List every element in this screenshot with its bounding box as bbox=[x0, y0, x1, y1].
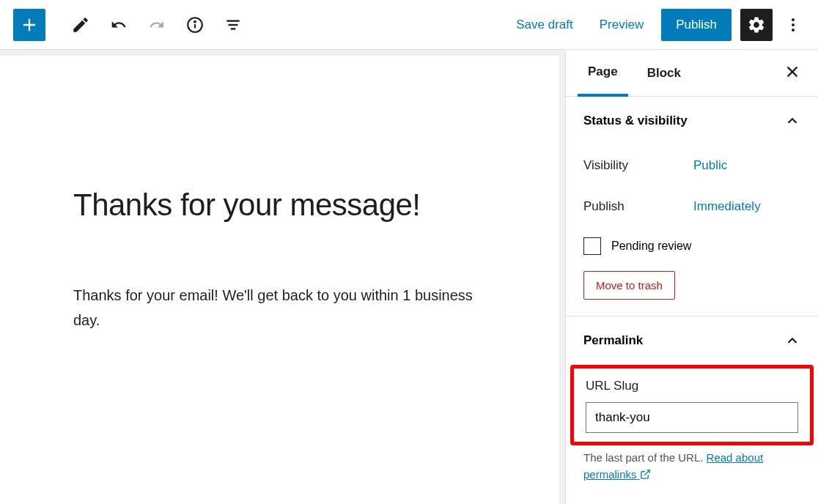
publish-button[interactable]: Publish bbox=[661, 9, 732, 41]
publish-value[interactable]: Immediately bbox=[693, 199, 761, 214]
post-body[interactable]: Thanks for your email! We'll get back to… bbox=[73, 283, 486, 333]
permalink-help-prefix: The last part of the URL. bbox=[583, 451, 707, 464]
redo-icon bbox=[147, 15, 166, 34]
svg-point-7 bbox=[792, 23, 795, 26]
status-visibility-body: Visibility Public Publish Immediately Pe… bbox=[566, 145, 818, 316]
permalink-header[interactable]: Permalink bbox=[566, 316, 818, 365]
publish-label: Publish bbox=[583, 199, 693, 214]
plus-icon bbox=[19, 15, 40, 35]
editor-canvas: Thanks for your message! Thanks for your… bbox=[0, 50, 565, 504]
redo-button[interactable] bbox=[141, 9, 173, 41]
status-visibility-title: Status & visibility bbox=[583, 114, 688, 128]
visibility-row: Visibility Public bbox=[583, 145, 800, 186]
more-vertical-icon bbox=[784, 16, 802, 34]
url-slug-highlight: URL Slug bbox=[570, 365, 814, 445]
status-visibility-header[interactable]: Status & visibility bbox=[566, 97, 818, 145]
chevron-up-icon bbox=[784, 333, 800, 349]
more-options-button[interactable] bbox=[781, 9, 805, 41]
move-to-trash-button[interactable]: Move to trash bbox=[583, 271, 675, 300]
publish-row: Publish Immediately bbox=[583, 186, 800, 227]
pencil-icon bbox=[71, 15, 90, 34]
close-icon bbox=[784, 64, 800, 80]
outline-icon bbox=[224, 15, 243, 34]
permalink-title: Permalink bbox=[583, 333, 643, 348]
toolbar-left bbox=[13, 9, 249, 41]
add-block-button[interactable] bbox=[13, 9, 45, 41]
save-draft-button[interactable]: Save draft bbox=[507, 10, 582, 40]
tab-page[interactable]: Page bbox=[578, 51, 628, 97]
tab-block[interactable]: Block bbox=[637, 50, 691, 96]
settings-button[interactable] bbox=[740, 9, 773, 41]
undo-icon bbox=[109, 15, 128, 34]
svg-point-6 bbox=[792, 18, 795, 21]
gear-icon bbox=[747, 15, 766, 34]
outline-button[interactable] bbox=[217, 9, 249, 41]
pending-review-row: Pending review bbox=[583, 227, 800, 271]
settings-sidebar: Page Block Status & visibility Visibilit… bbox=[565, 50, 818, 504]
url-slug-label: URL Slug bbox=[586, 379, 798, 393]
info-icon bbox=[185, 15, 204, 34]
sidebar-tabs: Page Block bbox=[566, 50, 818, 97]
close-sidebar-button[interactable] bbox=[784, 64, 806, 83]
svg-point-2 bbox=[194, 21, 196, 22]
main-area: Thanks for your message! Thanks for your… bbox=[0, 50, 818, 504]
permalink-help-text: The last part of the URL. Read about per… bbox=[566, 445, 818, 483]
post-title[interactable]: Thanks for your message! bbox=[73, 188, 486, 223]
toolbar-right: Save draft Preview Publish bbox=[507, 9, 805, 41]
status-visibility-panel: Status & visibility Visibility Public Pu… bbox=[566, 97, 818, 316]
external-link-icon bbox=[640, 469, 651, 480]
permalink-panel: Permalink URL Slug The last part of the … bbox=[566, 316, 818, 483]
url-slug-input[interactable] bbox=[586, 402, 798, 433]
svg-point-8 bbox=[792, 29, 795, 32]
document[interactable]: Thanks for your message! Thanks for your… bbox=[0, 56, 559, 504]
preview-button[interactable]: Preview bbox=[591, 10, 652, 40]
chevron-up-icon bbox=[784, 113, 800, 129]
editor-toolbar: Save draft Preview Publish bbox=[0, 0, 818, 50]
pending-review-label: Pending review bbox=[611, 240, 691, 253]
pending-review-checkbox[interactable] bbox=[583, 237, 601, 255]
edit-mode-button[interactable] bbox=[65, 9, 97, 41]
visibility-value[interactable]: Public bbox=[693, 158, 727, 173]
info-button[interactable] bbox=[179, 9, 211, 41]
svg-line-11 bbox=[644, 470, 649, 475]
visibility-label: Visibility bbox=[583, 158, 693, 173]
undo-button[interactable] bbox=[103, 9, 135, 41]
